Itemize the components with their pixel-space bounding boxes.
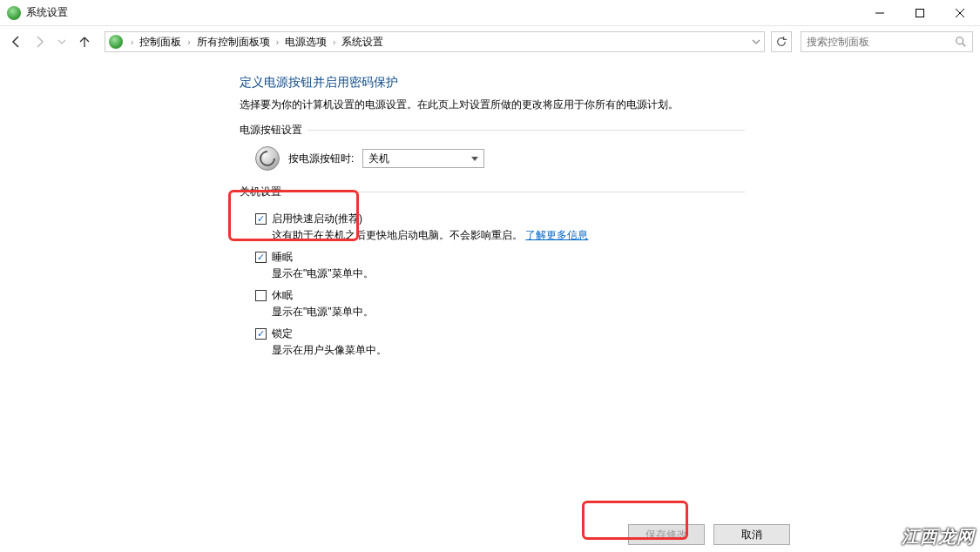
breadcrumb[interactable]: › 控制面板 › 所有控制面板项 › 电源选项 › 系统设置 xyxy=(105,31,765,52)
navbar: › 控制面板 › 所有控制面板项 › 电源选项 › 系统设置 xyxy=(0,26,980,57)
power-button-label: 按电源按钮时: xyxy=(288,151,354,166)
power-icon xyxy=(255,146,280,171)
main-content: 定义电源按钮并启用密码保护 选择要为你的计算机设置的电源设置。在此页上对设置所做… xyxy=(0,57,980,374)
chevron-right-icon: › xyxy=(126,37,138,47)
search-icon xyxy=(955,36,967,48)
checkbox-label: 锁定 xyxy=(272,326,293,341)
chevron-right-icon: › xyxy=(183,37,194,47)
checkbox-desc: 显示在"电源"菜单中。 xyxy=(272,305,980,320)
back-button[interactable] xyxy=(7,32,26,51)
maximize-button[interactable] xyxy=(900,0,940,26)
checkbox-label: 休眠 xyxy=(272,288,293,303)
titlebar: 系统设置 xyxy=(0,0,980,26)
refresh-button[interactable] xyxy=(771,31,792,52)
power-action-dropdown[interactable]: 关机 xyxy=(362,149,484,168)
breadcrumb-item[interactable]: 控制面板 xyxy=(138,33,183,51)
forward-button[interactable] xyxy=(30,32,49,51)
svg-rect-1 xyxy=(916,9,924,17)
window-title: 系统设置 xyxy=(26,5,68,20)
page-subheading: 选择要为你的计算机设置的电源设置。在此页上对设置所做的更改将应用于你所有的电源计… xyxy=(240,98,980,112)
svg-point-4 xyxy=(956,37,963,44)
page-heading: 定义电源按钮并启用密码保护 xyxy=(240,75,980,91)
checkbox-desc: 这有助于在关机之后更快地启动电脑。不会影响重启。 了解更多信息 xyxy=(272,228,980,243)
svg-line-5 xyxy=(963,44,966,47)
checkbox-row-fast-startup: 启用快速启动(推荐) xyxy=(255,212,980,226)
cancel-button[interactable]: 取消 xyxy=(713,524,790,545)
window-controls xyxy=(860,0,980,26)
chevron-right-icon: › xyxy=(328,37,340,47)
checkbox-row-hibernate: 休眠 xyxy=(255,288,980,303)
learn-more-link[interactable]: 了解更多信息 xyxy=(525,229,588,241)
checkbox-lock[interactable] xyxy=(255,328,267,340)
breadcrumb-item[interactable]: 电源选项 xyxy=(283,33,328,51)
shutdown-fieldset: 关机设置 启用快速启动(推荐) 这有助于在关机之后更快地启动电脑。不会影响重启。… xyxy=(240,192,980,374)
footer-buttons: 保存修改 取消 xyxy=(628,524,790,545)
chevron-right-icon: › xyxy=(272,37,283,47)
checkbox-label: 启用快速启动(推荐) xyxy=(272,212,362,226)
checkbox-desc: 显示在用户头像菜单中。 xyxy=(272,343,980,358)
breadcrumb-icon xyxy=(109,35,123,49)
power-button-fieldset: 电源按钮设置 按电源按钮时: 关机 xyxy=(240,130,980,179)
breadcrumb-item[interactable]: 系统设置 xyxy=(340,33,385,51)
checkbox-row-sleep: 睡眠 xyxy=(255,250,980,265)
recent-dropdown-icon[interactable] xyxy=(52,32,71,51)
breadcrumb-item[interactable]: 所有控制面板项 xyxy=(195,33,272,51)
search-box[interactable] xyxy=(801,31,973,52)
checkbox-desc: 显示在"电源"菜单中。 xyxy=(272,266,980,281)
fieldset-legend: 电源按钮设置 xyxy=(240,123,308,138)
search-input[interactable] xyxy=(807,36,955,48)
checkbox-hibernate[interactable] xyxy=(255,290,267,301)
checkbox-row-lock: 锁定 xyxy=(255,326,980,341)
checkbox-sleep[interactable] xyxy=(255,252,267,263)
checkbox-fast-startup[interactable] xyxy=(255,213,267,225)
watermark: 江西龙网 xyxy=(902,525,975,549)
chevron-down-icon[interactable] xyxy=(752,37,760,46)
checkbox-label: 睡眠 xyxy=(272,250,293,265)
up-button[interactable] xyxy=(75,32,94,51)
dropdown-selected: 关机 xyxy=(368,151,389,166)
close-button[interactable] xyxy=(940,0,980,26)
save-button[interactable]: 保存修改 xyxy=(628,524,705,545)
app-icon xyxy=(7,6,21,20)
minimize-button[interactable] xyxy=(860,0,900,26)
fieldset-legend: 关机设置 xyxy=(240,185,287,199)
